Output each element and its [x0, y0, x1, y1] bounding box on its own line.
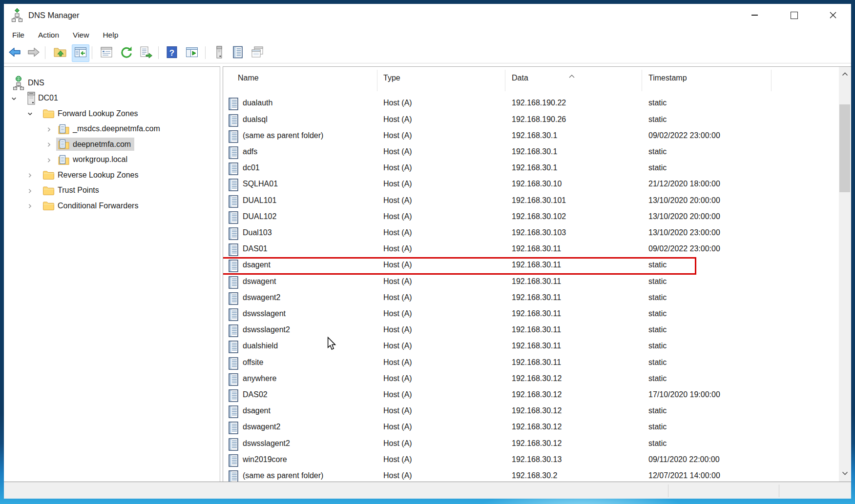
tree-item-dc01[interactable]: DC01 — [4, 91, 220, 106]
chevron-down-icon[interactable] — [27, 110, 33, 117]
cell-name: dswagent — [243, 277, 276, 286]
maximize-icon — [791, 12, 798, 19]
table-row[interactable]: dualsqlHost (A)192.168.190.26static — [223, 112, 834, 128]
cell-type: Host (A) — [383, 180, 412, 188]
tree-node[interactable]: deepnetmfa.com — [56, 138, 134, 151]
cell-data: 192.168.30.1 — [512, 163, 557, 172]
cell-type: Host (A) — [383, 358, 412, 367]
minimize-button[interactable] — [742, 7, 767, 23]
table-row[interactable]: DAS02Host (A)192.168.30.1217/10/2020 19:… — [223, 387, 834, 403]
table-row[interactable]: dswsslagent2Host (A)192.168.30.11static — [223, 323, 834, 339]
table-row[interactable]: (same as parent folder)Host (A)192.168.3… — [223, 468, 834, 482]
menu-item-help[interactable]: Help — [98, 31, 127, 40]
menu-item-view[interactable]: View — [68, 31, 98, 40]
toolbar-button-copy-view[interactable] — [249, 44, 266, 62]
table-row[interactable]: offsiteHost (A)192.168.30.11static — [223, 355, 834, 371]
table-row[interactable]: dsagentHost (A)192.168.30.12static — [223, 403, 834, 420]
tree-item-dns[interactable]: DNS — [4, 75, 220, 90]
toolbar-button-refresh[interactable] — [118, 44, 135, 62]
tree-item-workgroup-local[interactable]: workgroup.local — [4, 152, 220, 167]
cell-name: dswsslagent — [243, 309, 286, 318]
table-row[interactable]: (same as parent folder)Host (A)192.168.3… — [223, 128, 834, 144]
refresh-icon — [120, 45, 133, 61]
scroll-down-button[interactable] — [839, 466, 851, 481]
column-header-data[interactable]: Data — [512, 74, 528, 82]
cell-timestamp: 13/10/2020 23:00:00 — [648, 228, 720, 237]
table-row[interactable]: DUAL101Host (A)192.168.30.10113/10/2020 … — [223, 193, 834, 209]
close-button[interactable] — [820, 7, 846, 23]
column-separator[interactable] — [377, 70, 377, 91]
chevron-right-icon[interactable] — [27, 187, 33, 194]
cell-data: 192.168.190.26 — [512, 115, 566, 124]
chevron-down-icon[interactable] — [11, 95, 17, 101]
column-header-timestamp[interactable]: Timestamp — [648, 74, 687, 82]
toolbar-button-record-list[interactable] — [229, 44, 247, 62]
table-row[interactable]: adfsHost (A)192.168.30.1static — [223, 144, 834, 161]
column-separator[interactable] — [642, 70, 642, 91]
table-row[interactable]: dswsslagent2Host (A)192.168.30.12static — [223, 436, 834, 452]
toolbar-button-new-window[interactable] — [183, 44, 201, 62]
toolbar: ? — [4, 43, 851, 63]
cell-type: Host (A) — [383, 455, 412, 464]
tree-item-conditional-forwarders[interactable]: Conditional Forwarders — [4, 198, 220, 213]
table-row[interactable]: dswagent2Host (A)192.168.30.12static — [223, 420, 834, 436]
tree-item-forward-lookup-zones[interactable]: Forward Lookup Zones — [4, 106, 220, 121]
table-row[interactable]: SQLHA01Host (A)192.168.30.1021/12/2020 1… — [223, 177, 834, 193]
cell-name: dswagent2 — [243, 293, 280, 302]
toolbar-button-export-list[interactable] — [137, 44, 155, 62]
vertical-scrollbar[interactable] — [839, 67, 851, 482]
tree-node[interactable]: Conditional Forwarders — [41, 200, 142, 212]
toolbar-button-back-arrow[interactable] — [6, 44, 23, 62]
chevron-right-icon[interactable] — [27, 202, 33, 209]
table-row[interactable]: dswagentHost (A)192.168.30.11static — [223, 274, 834, 290]
chevron-right-icon[interactable] — [46, 141, 52, 147]
cell-type: Host (A) — [383, 147, 412, 156]
cell-timestamp: 12/07/2021 14:00:00 — [648, 471, 720, 480]
tree-item-deepnetmfa-com[interactable]: deepnetmfa.com — [4, 137, 220, 152]
new-window-icon — [185, 45, 199, 61]
tree-node[interactable]: DC01 — [26, 91, 62, 106]
table-row[interactable]: dualshieldHost (A)192.168.30.11static — [223, 339, 834, 355]
toolbar-button-show-console-tree[interactable] — [72, 44, 89, 62]
column-header-type[interactable]: Type — [383, 74, 400, 82]
scrollbar-thumb[interactable] — [839, 104, 850, 192]
tree-item-reverse-lookup-zones[interactable]: Reverse Lookup Zones — [4, 167, 220, 182]
table-row[interactable]: win2019coreHost (A)192.168.30.1309/11/20… — [223, 452, 834, 468]
cell-data: 192.168.30.11 — [512, 358, 561, 367]
maximize-button[interactable] — [781, 7, 807, 23]
column-separator[interactable] — [771, 70, 772, 91]
tree-item-trust-points[interactable]: Trust Points — [4, 183, 220, 198]
export-list-icon — [139, 45, 153, 61]
chevron-right-icon[interactable] — [46, 126, 52, 132]
table-row[interactable]: dc01Host (A)192.168.30.1static — [223, 161, 834, 177]
toolbar-button-server[interactable] — [210, 44, 228, 62]
table-row[interactable]: DAS01Host (A)192.168.30.1109/02/2022 23:… — [223, 242, 834, 258]
table-row[interactable]: dualauthHost (A)192.168.190.22static — [223, 96, 834, 112]
table-row[interactable]: dswsslagentHost (A)192.168.30.11static — [223, 306, 834, 323]
column-separator[interactable] — [505, 70, 505, 91]
toolbar-button-up-one-level[interactable] — [51, 44, 69, 62]
tree-node[interactable]: DNS — [11, 75, 48, 91]
tree-node[interactable]: Forward Lookup Zones — [41, 107, 142, 120]
tree-node[interactable]: _msdcs.deepnetmfa.com — [56, 122, 164, 136]
table-row[interactable]: dswagent2Host (A)192.168.30.11static — [223, 290, 834, 306]
menu-item-action[interactable]: Action — [34, 31, 68, 40]
column-header-name[interactable]: Name — [238, 74, 259, 82]
scroll-up-button[interactable] — [839, 67, 851, 81]
tree-item--msdcs-deepnetmfa-com[interactable]: _msdcs.deepnetmfa.com — [4, 121, 220, 137]
toolbar-button-help[interactable]: ? — [163, 44, 181, 62]
cell-type: Host (A) — [383, 309, 412, 318]
table-row[interactable]: DUAL102Host (A)192.168.30.10213/10/2020 … — [223, 209, 834, 225]
cell-data: 192.168.30.11 — [512, 342, 561, 350]
menu-item-file[interactable]: File — [8, 31, 34, 40]
tree-node[interactable]: Reverse Lookup Zones — [41, 169, 142, 181]
toolbar-button-forward-arrow[interactable] — [25, 44, 42, 62]
toolbar-button-properties[interactable] — [98, 44, 115, 62]
tree-node[interactable]: workgroup.local — [56, 153, 131, 166]
tree-node[interactable]: Trust Points — [41, 184, 103, 197]
cell-data: 192.168.30.11 — [512, 277, 561, 286]
table-row[interactable]: Dual103Host (A)192.168.30.10313/10/2020 … — [223, 225, 834, 242]
chevron-right-icon[interactable] — [46, 157, 52, 163]
chevron-right-icon[interactable] — [27, 172, 33, 178]
table-row[interactable]: anywhereHost (A)192.168.30.12static — [223, 371, 834, 387]
